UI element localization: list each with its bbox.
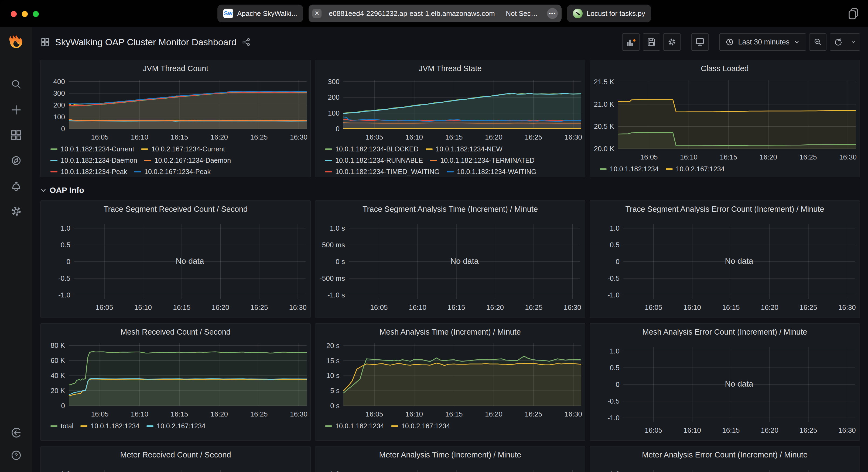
legend-item[interactable]: 10.0.2.167:1234 bbox=[391, 420, 450, 432]
svg-text:-1.0: -1.0 bbox=[58, 291, 70, 299]
panel-title[interactable]: JVM Thread Count bbox=[41, 60, 310, 74]
panel-title[interactable]: Meter Analysis Time (Increment) / Minute bbox=[315, 446, 585, 461]
panel-title[interactable]: Trace Segment Received Count / Second bbox=[41, 201, 310, 215]
save-dashboard-button[interactable] bbox=[643, 33, 660, 50]
legend-item[interactable]: 10.0.1.182:1234-Current bbox=[51, 143, 134, 155]
legend-item[interactable]: 10.0.2.167:1234-Current bbox=[141, 143, 225, 155]
dashboards-icon[interactable] bbox=[9, 128, 24, 143]
legend-swatch bbox=[666, 168, 673, 170]
svg-text:-1.0 s: -1.0 s bbox=[328, 291, 345, 299]
svg-text:16:15: 16:15 bbox=[445, 410, 463, 418]
legend-item[interactable]: 10.0.1.182:1234-Daemon bbox=[51, 155, 137, 166]
section-row-oap-info[interactable]: OAP Info bbox=[40, 183, 860, 198]
alerting-bell-icon[interactable] bbox=[9, 178, 24, 194]
tab-more-icon[interactable]: ••• bbox=[547, 8, 558, 19]
panel-title[interactable]: Meter Analysis Error Count (Increment) /… bbox=[590, 446, 860, 461]
legend-item[interactable]: 10.0.1.182:1234-Peak bbox=[51, 166, 127, 177]
legend-item[interactable]: 10.0.1.182:1234-TERMINATED bbox=[430, 155, 535, 166]
svg-text:1.0: 1.0 bbox=[61, 470, 70, 472]
grafana-logo[interactable] bbox=[7, 33, 25, 52]
settings-gear-icon[interactable] bbox=[9, 204, 24, 219]
chevron-down-icon bbox=[850, 39, 857, 45]
svg-text:16:10: 16:10 bbox=[131, 410, 148, 418]
legend-item[interactable]: 10.0.2.167:1234-Daemon bbox=[144, 155, 231, 166]
dashboard-toolbar: Last 30 minutes bbox=[622, 33, 860, 50]
svg-text:16:25: 16:25 bbox=[800, 303, 817, 311]
svg-text:21.0 K: 21.0 K bbox=[594, 100, 615, 108]
svg-text:5 s: 5 s bbox=[330, 386, 340, 395]
apps-icon[interactable] bbox=[40, 37, 50, 46]
tab-close-icon[interactable]: ✕ bbox=[312, 9, 321, 18]
sign-out-icon[interactable] bbox=[9, 425, 24, 440]
svg-text:400: 400 bbox=[53, 77, 65, 86]
tab-grafana-active[interactable]: ✕ e0881eed4-22961232.ap-east-1.elb.amazo… bbox=[309, 5, 562, 22]
svg-text:16:30: 16:30 bbox=[290, 133, 308, 141]
time-series-chart: 16:0516:1016:1516:2016:2516:304003002001… bbox=[41, 74, 310, 142]
sidebar-nav bbox=[9, 77, 24, 229]
panel-title[interactable]: Class Loaded bbox=[590, 60, 860, 74]
help-icon[interactable]: ? bbox=[9, 448, 24, 463]
legend-item[interactable]: 10.0.1.182:1234-NEW bbox=[426, 143, 502, 155]
svg-text:No data: No data bbox=[450, 257, 478, 265]
legend-item[interactable]: 10.0.1.182:1234-BLOCKED bbox=[325, 143, 418, 155]
panel-title[interactable]: Trace Segment Analysis Error Count (Incr… bbox=[590, 201, 860, 215]
search-icon[interactable] bbox=[9, 77, 24, 92]
legend-item[interactable]: 10.0.2.167:1234 bbox=[147, 420, 206, 432]
panel-title[interactable]: Trace Segment Analysis Time (Increment) … bbox=[315, 201, 585, 215]
legend-swatch bbox=[447, 171, 454, 172]
svg-text:16:25: 16:25 bbox=[250, 133, 268, 141]
share-icon[interactable] bbox=[242, 38, 251, 46]
create-plus-icon[interactable] bbox=[9, 102, 24, 117]
legend: 10.0.1.182:1234-BLOCKED10.0.1.182:1234-N… bbox=[315, 142, 585, 177]
tab-locust[interactable]: Locust for tasks.py bbox=[567, 5, 651, 22]
legend-item[interactable]: 10.0.1.182:1234 bbox=[600, 163, 659, 175]
svg-text:16:20: 16:20 bbox=[760, 153, 777, 161]
tab-overview-icon[interactable] bbox=[847, 7, 860, 21]
legend-label: 10.0.2.167:1234-Peak bbox=[144, 168, 211, 176]
svg-text:16:20: 16:20 bbox=[486, 303, 504, 311]
refresh-interval-dropdown[interactable] bbox=[847, 33, 860, 50]
time-series-chart: 16:0516:1016:1516:2016:2516:3080 K60 K40… bbox=[41, 338, 310, 419]
svg-text:16:25: 16:25 bbox=[525, 133, 542, 141]
panel-title[interactable]: Mesh Received Count / Second bbox=[41, 324, 310, 338]
cycle-view-mode-button[interactable] bbox=[691, 33, 709, 50]
svg-text:16:30: 16:30 bbox=[564, 303, 581, 311]
svg-text:20.5 K: 20.5 K bbox=[594, 122, 615, 130]
svg-text:16:25: 16:25 bbox=[250, 410, 268, 418]
zoom-out-button[interactable] bbox=[809, 33, 827, 50]
page-title[interactable]: SkyWalking OAP Cluster Monitor Dashboard bbox=[55, 37, 237, 47]
time-range-picker[interactable]: Last 30 minutes bbox=[719, 33, 806, 50]
window-minimize-button[interactable] bbox=[22, 11, 28, 17]
svg-text:16:30: 16:30 bbox=[838, 426, 856, 434]
svg-text:16:25: 16:25 bbox=[250, 303, 268, 311]
legend-item[interactable]: 10.0.1.182:1234 bbox=[325, 420, 384, 432]
tab-apache-skywalking[interactable]: Sw Apache SkyWalki... bbox=[217, 5, 303, 22]
window-close-button[interactable] bbox=[11, 11, 17, 17]
window-zoom-button[interactable] bbox=[33, 11, 39, 17]
time-series-chart: 16:0516:1016:1516:2016:2516:301.00.50-0.… bbox=[590, 338, 860, 438]
legend-item[interactable]: 10.0.2.167:1234-Peak bbox=[134, 166, 211, 177]
panel-title[interactable]: Mesh Analysis Time (Increment) / Minute bbox=[315, 324, 585, 338]
svg-text:200: 200 bbox=[53, 101, 65, 109]
svg-text:20.0 K: 20.0 K bbox=[594, 145, 615, 153]
svg-text:16:15: 16:15 bbox=[720, 153, 737, 161]
legend-swatch bbox=[325, 171, 332, 172]
legend-item[interactable]: 10.0.1.182:1234 bbox=[81, 420, 140, 432]
legend-swatch bbox=[51, 171, 58, 172]
panel-mesh-analysis-time-increment-minute: Mesh Analysis Time (Increment) / Minute … bbox=[315, 323, 585, 441]
add-panel-button[interactable] bbox=[622, 33, 640, 50]
explore-compass-icon[interactable] bbox=[9, 153, 24, 168]
legend-item[interactable]: 10.0.2.167:1234 bbox=[666, 163, 725, 175]
panel-title[interactable]: Meter Received Count / Second bbox=[41, 446, 310, 461]
panel-title[interactable]: JVM Thread State bbox=[315, 60, 585, 74]
legend-item[interactable]: total bbox=[51, 420, 73, 432]
legend-label: 10.0.1.182:1234-RUNNABLE bbox=[335, 157, 423, 164]
legend-label: 10.0.1.182:1234-Current bbox=[61, 145, 134, 153]
legend-item[interactable]: 10.0.1.182:1234-TIMED_WAITING bbox=[325, 166, 440, 177]
dashboard-settings-button[interactable] bbox=[663, 33, 681, 50]
refresh-button[interactable] bbox=[830, 33, 847, 50]
svg-text:16:20: 16:20 bbox=[485, 410, 502, 418]
legend-item[interactable]: 10.0.1.182:1234-WAITING bbox=[447, 166, 536, 177]
panel-title[interactable]: Mesh Analysis Error Count (Increment) / … bbox=[590, 324, 860, 338]
legend-item[interactable]: 10.0.1.182:1234-RUNNABLE bbox=[325, 155, 423, 166]
